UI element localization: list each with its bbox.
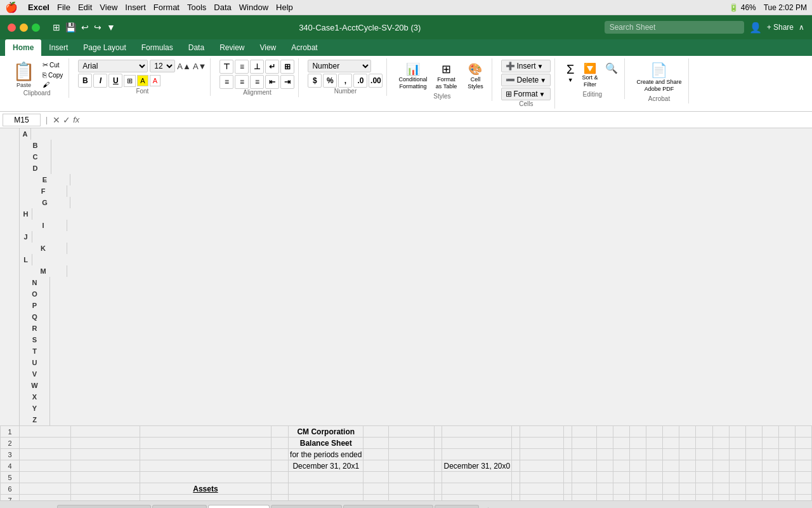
percent-button[interactable]: % [323, 74, 337, 88]
cell[interactable] [272, 438, 289, 449]
col-header-r[interactable]: R [20, 323, 50, 334]
sort-filter-button[interactable]: 🔽 Sort &Filter [579, 60, 600, 91]
cell[interactable] [272, 426, 289, 438]
cell[interactable] [630, 426, 646, 438]
cell[interactable] [762, 495, 778, 501]
cell[interactable] [696, 460, 712, 472]
font-size-select[interactable]: 12 [150, 60, 175, 72]
cell[interactable] [435, 426, 442, 438]
italic-button[interactable]: I [93, 74, 107, 88]
menu-insert[interactable]: Insert [125, 3, 146, 12]
cell[interactable] [613, 460, 630, 472]
cell[interactable] [795, 438, 811, 449]
cell[interactable] [646, 426, 663, 438]
maximize-button[interactable] [32, 23, 40, 32]
format-as-table-button[interactable]: ⊞ Formatas Table [432, 60, 460, 93]
cell[interactable] [512, 426, 520, 438]
menu-view[interactable]: View [100, 3, 117, 12]
cell[interactable] [646, 495, 663, 501]
cell[interactable] [20, 426, 71, 438]
cell[interactable]: December 31, 20x1 [289, 460, 363, 472]
conditional-formatting-button[interactable]: 📊 ConditionalFormatting [396, 60, 429, 93]
cell[interactable] [745, 460, 762, 472]
cell[interactable] [696, 483, 712, 495]
cell[interactable] [564, 438, 572, 449]
col-header-v[interactable]: V [20, 368, 50, 380]
cell[interactable] [712, 472, 729, 483]
cell[interactable] [762, 460, 778, 472]
tab-aje-closing[interactable]: AJE's and Closing Entries [57, 505, 151, 508]
cell[interactable] [663, 438, 679, 449]
menu-data[interactable]: Data [214, 3, 231, 12]
cell[interactable] [435, 449, 442, 460]
cell[interactable] [778, 426, 795, 438]
cell[interactable]: December 31, 20x0 [442, 460, 512, 472]
tab-comprehensive-inc[interactable]: Comprehensive Inc Stmt [343, 505, 433, 508]
decrease-decimal-button[interactable]: .0 [353, 74, 367, 88]
tab-income-statement[interactable]: Income Statement [271, 505, 341, 508]
cell[interactable] [20, 460, 71, 472]
nav-next-sheet[interactable]: ▶ [29, 505, 39, 508]
cell[interactable] [778, 460, 795, 472]
cell[interactable] [630, 483, 646, 495]
cell[interactable] [564, 495, 572, 501]
cell[interactable] [597, 472, 613, 483]
indent-decrease-button[interactable]: ⇤ [265, 75, 279, 89]
cell[interactable] [572, 460, 596, 472]
cell[interactable] [435, 472, 442, 483]
cell[interactable] [762, 449, 778, 460]
cell[interactable] [663, 426, 679, 438]
col-header-j[interactable]: J [20, 231, 32, 243]
cell[interactable] [712, 438, 729, 449]
cell[interactable] [696, 438, 712, 449]
col-header-i[interactable]: I [20, 220, 67, 231]
cell[interactable] [520, 483, 564, 495]
share-button[interactable]: + Share [767, 23, 794, 32]
cell-styles-button[interactable]: 🎨 CellStyles [462, 60, 488, 93]
cell[interactable] [663, 449, 679, 460]
cell[interactable] [140, 449, 271, 460]
cell[interactable] [597, 426, 613, 438]
cell[interactable] [388, 460, 434, 472]
cell[interactable] [729, 449, 745, 460]
cell[interactable] [712, 426, 729, 438]
cell[interactable] [646, 438, 663, 449]
cell[interactable] [520, 460, 564, 472]
col-header-l[interactable]: L [20, 254, 32, 265]
cell[interactable] [679, 426, 696, 438]
cell[interactable] [729, 438, 745, 449]
cell[interactable] [613, 449, 630, 460]
font-color-button[interactable]: A [150, 75, 160, 86]
sidebar-toggle-icon[interactable]: ⊞ [53, 22, 60, 32]
cell[interactable] [70, 438, 140, 449]
delete-button[interactable]: ➖Delete▼ [501, 74, 551, 86]
cell[interactable] [272, 460, 289, 472]
merge-button[interactable]: ⊞ [280, 60, 294, 74]
cell[interactable] [272, 483, 289, 495]
menu-tools[interactable]: Tools [187, 3, 206, 12]
cell[interactable] [140, 460, 271, 472]
cell[interactable] [20, 483, 71, 495]
cell[interactable] [630, 472, 646, 483]
add-sheet-button[interactable]: + [480, 503, 495, 508]
col-header-z[interactable]: Z [20, 414, 50, 425]
cell[interactable] [70, 472, 140, 483]
cell[interactable] [435, 438, 442, 449]
cell[interactable] [564, 460, 572, 472]
cell[interactable] [795, 495, 811, 501]
col-header-f[interactable]: F [20, 185, 67, 197]
cell[interactable] [512, 483, 520, 495]
number-format-select[interactable]: Number [308, 60, 371, 72]
cut-button[interactable]: ✂Cut [41, 60, 65, 70]
cell[interactable] [630, 495, 646, 501]
fill-color-button[interactable]: A [137, 75, 148, 86]
cell[interactable] [442, 495, 512, 501]
minimize-button[interactable] [20, 23, 28, 32]
cell[interactable] [564, 483, 572, 495]
find-select-button[interactable]: 🔍 [603, 60, 620, 91]
col-header-o[interactable]: O [20, 288, 50, 300]
cell[interactable] [597, 438, 613, 449]
col-header-s[interactable]: S [20, 334, 50, 345]
cell[interactable]: for the periods ended [289, 449, 363, 460]
cell[interactable] [289, 483, 363, 495]
